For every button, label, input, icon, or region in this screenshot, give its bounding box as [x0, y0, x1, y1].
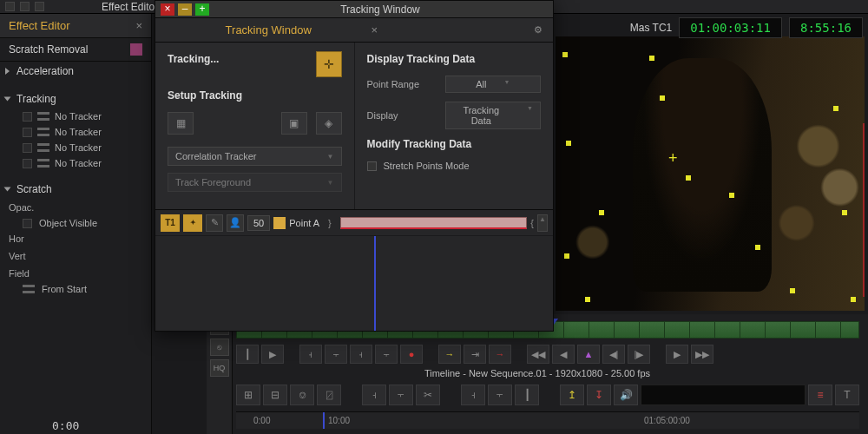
master-timecode[interactable]: 01:00:03:11	[679, 17, 782, 38]
tracker-value[interactable]: 50	[247, 215, 270, 231]
tracking-point[interactable]	[729, 193, 734, 198]
window-maximize-button[interactable]: +	[195, 3, 209, 16]
tracking-point[interactable]	[562, 52, 568, 57]
group-acceleration[interactable]: Acceleration	[0, 62, 151, 81]
frame-fwd-button[interactable]: |▶	[628, 345, 650, 364]
checkbox[interactable]	[23, 219, 32, 228]
track-target-dropdown[interactable]: Track Foreground▼	[168, 173, 342, 192]
extract-button[interactable]: ⊟	[263, 385, 287, 405]
marker-3-button[interactable]: →	[489, 345, 511, 364]
keyframe-button[interactable]: ▲	[577, 345, 600, 364]
close-icon[interactable]: ×	[371, 23, 378, 36]
group-scratch[interactable]: Scratch	[0, 180, 151, 199]
trim-button[interactable]: ⫟	[389, 385, 413, 405]
tracker-icon	[37, 159, 49, 168]
t1-button[interactable]: T1	[161, 214, 180, 232]
display-dropdown[interactable]: Tracking Data▼	[445, 102, 542, 129]
checkbox[interactable]	[23, 143, 32, 153]
tracking-point[interactable]	[833, 106, 838, 111]
checkbox[interactable]	[23, 112, 32, 122]
volume-button[interactable]: 🔊	[614, 385, 638, 405]
top-btn[interactable]	[35, 2, 44, 11]
point-range-dropdown[interactable]: All▼	[445, 76, 542, 93]
tracking-point[interactable]	[851, 297, 856, 302]
color-swatch[interactable]	[273, 217, 286, 229]
tracking-point[interactable]	[755, 245, 760, 250]
from-start-row[interactable]: From Start	[0, 282, 151, 296]
mark-in-button[interactable]: ⫞	[299, 345, 322, 364]
t1-sub-button[interactable]: ✦	[183, 214, 202, 232]
tracking-point[interactable]	[790, 288, 795, 293]
ruler-playhead[interactable]	[323, 412, 325, 429]
split-button[interactable]: ⫞	[362, 385, 386, 405]
play-button[interactable]: ▶	[261, 345, 284, 364]
person-icon[interactable]: 👤	[227, 214, 244, 232]
step-fwd-button[interactable]: ▶	[666, 345, 688, 364]
object-visible-row[interactable]: Object Visible	[0, 216, 151, 230]
window-minimize-button[interactable]: –	[178, 3, 192, 16]
menu-button[interactable]: ≡	[808, 385, 832, 405]
tracker-row[interactable]: No Tracker	[0, 124, 151, 140]
tracking-window-titlebar[interactable]: × – + Tracking Window	[155, 1, 553, 18]
tracker-row[interactable]: No Tracker	[0, 155, 151, 171]
top-btn[interactable]	[5, 2, 15, 11]
overwrite-button[interactable]: ⍁	[317, 385, 341, 405]
audio-down-button[interactable]: ↧	[587, 385, 611, 405]
window-close-button[interactable]: ×	[161, 3, 174, 16]
mark-out-button[interactable]: ⫟	[325, 345, 347, 364]
scroll-up-icon[interactable]: ▲	[537, 214, 548, 232]
lift-button[interactable]: ⎊	[290, 385, 314, 405]
tool-button[interactable]: ⫞	[461, 385, 485, 405]
text-button[interactable]: T	[835, 385, 859, 405]
viewer-monitor[interactable]: +	[556, 36, 865, 311]
tracking-point[interactable]	[649, 56, 654, 61]
frame-back-button[interactable]: ◀|	[602, 345, 625, 364]
insert-button[interactable]: ⊞	[236, 385, 260, 405]
top-btn[interactable]	[20, 2, 30, 11]
gear-icon[interactable]: ⚙	[534, 24, 542, 36]
tracking-graph-area[interactable]	[155, 235, 553, 331]
cut-button[interactable]: ✂	[416, 385, 440, 405]
new-tracker-button[interactable]: ▦	[168, 112, 194, 135]
playhead-line[interactable]	[374, 236, 376, 331]
record-button[interactable]: ●	[400, 345, 423, 364]
tracking-point[interactable]	[585, 297, 590, 302]
tracker-row[interactable]: No Tracker	[0, 140, 151, 155]
tracking-point[interactable]	[660, 95, 665, 101]
clear-in-button[interactable]: ⫞	[350, 345, 372, 364]
marker-1-button[interactable]: →	[438, 345, 461, 364]
tracking-point[interactable]	[686, 175, 691, 181]
checkbox[interactable]	[367, 161, 377, 171]
tracker-opt-button[interactable]: ▣	[281, 112, 307, 135]
tracking-point[interactable]	[564, 253, 569, 259]
audio-up-button[interactable]: ↥	[560, 385, 584, 405]
tracking-range-bar[interactable]	[340, 217, 528, 229]
tool-button[interactable]: ┃	[515, 385, 539, 405]
checkbox[interactable]	[23, 128, 32, 137]
graph-icon[interactable]: ✎	[206, 214, 223, 232]
checkbox[interactable]	[23, 159, 32, 168]
stretch-points-checkbox[interactable]: Stretch Points Mode	[367, 161, 542, 171]
effect-section[interactable]: Scratch Removal	[0, 38, 151, 62]
clear-out-button[interactable]: ⫟	[375, 345, 398, 364]
tracker-opt-button[interactable]: ◈	[316, 112, 342, 135]
step-back-button[interactable]: ◀	[552, 345, 575, 364]
tracking-point[interactable]	[599, 210, 604, 215]
waveform-area[interactable]	[641, 385, 806, 405]
goto-start-button[interactable]: ┃	[236, 345, 259, 364]
tool-button[interactable]: ⫟	[488, 385, 512, 405]
tracking-point[interactable]	[842, 210, 847, 215]
effect-editor-header: Effect Editor ×	[0, 14, 151, 38]
timeline-ruler[interactable]: 0:00 10:00 01:05:00:00	[236, 411, 859, 429]
link-icon[interactable]: ⎋	[210, 339, 229, 356]
tracker-row[interactable]: No Tracker	[0, 108, 151, 124]
tracking-point[interactable]	[566, 141, 571, 146]
duration-timecode[interactable]: 8:55:16	[789, 17, 863, 38]
marker-2-button[interactable]: ⇥	[464, 345, 486, 364]
tracker-type-dropdown[interactable]: Correlation Tracker▼	[168, 147, 342, 166]
fast-fwd-button[interactable]: ▶▶	[691, 345, 713, 364]
start-tracking-button[interactable]: ✛	[316, 51, 342, 77]
group-tracking[interactable]: Tracking	[0, 89, 151, 108]
rewind-button[interactable]: ◀◀	[527, 345, 549, 364]
close-icon[interactable]: ×	[135, 19, 142, 32]
